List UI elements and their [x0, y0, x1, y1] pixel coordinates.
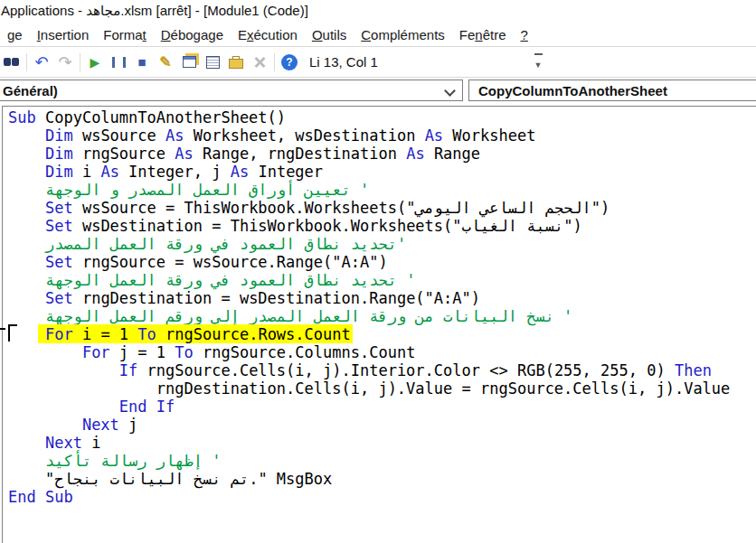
code-line: Next i — [8, 434, 756, 452]
code-line: نسخ البيانات من ورقة العمل المصدر إلى ور… — [8, 307, 756, 325]
margin-tick-icon — [0, 328, 5, 330]
stop-icon — [137, 54, 146, 70]
break-icon — [112, 57, 126, 68]
code-line: rngDestination.Cells(i, j).Value = rngSo… — [8, 379, 756, 398]
code-line: تحديد نطاق العمود في ورقة العمل المصدر' — [8, 235, 756, 253]
object-dropdown[interactable]: Général) — [0, 80, 463, 101]
properties-window-icon-button[interactable] — [201, 51, 224, 73]
undo-icon — [34, 52, 48, 72]
code-line: End Sub — [8, 488, 756, 506]
menu-item-fenetre[interactable]: Fenêtre — [452, 24, 514, 45]
help-icon-button[interactable]: ? — [278, 51, 301, 73]
title-bar: Applications - مجاهد.xlsm [arrêt] - [Mod… — [0, 0, 756, 23]
code-line: End If — [8, 398, 756, 416]
menu-item-execution[interactable]: Exécution — [231, 24, 305, 45]
code-line: Sub CopyColumnToAnotherSheet() — [8, 108, 756, 126]
redo-icon-button[interactable] — [53, 51, 77, 73]
code-line: For i = 1 To rngSource.Rows.Count — [8, 325, 756, 343]
undo-icon-button[interactable] — [30, 51, 53, 73]
procedure-dropdown-value: CopyColumnToAnotherSheet — [478, 83, 667, 98]
code-line: If rngSource.Cells(i, j).Interior.Color … — [8, 361, 756, 379]
code-line: Set wsSource = ThisWorkbook.Worksheets("… — [8, 199, 756, 217]
code-line: إظهار رسالة تأكيد ' — [8, 452, 756, 470]
toolbar-options-button[interactable]: ▼ — [530, 53, 546, 70]
code-line: تعيين أوراق العمل المصدر و الوجهة ' — [8, 181, 756, 199]
code-lines: Sub CopyColumnToAnotherSheet() Dim wsSou… — [8, 108, 756, 506]
object-browser-icon-button[interactable] — [248, 51, 271, 73]
menu-item-affichage-partial[interactable]: ge — [0, 24, 30, 45]
caret-margin-indicator — [8, 324, 17, 342]
code-line: Dim i As Integer, j As Integer — [8, 163, 756, 181]
break-icon-button[interactable] — [107, 51, 130, 73]
project-explorer-icon-button[interactable] — [177, 51, 201, 73]
code-line: Set rngDestination = wsDestination.Range… — [8, 289, 756, 307]
run-icon-button[interactable] — [83, 51, 107, 73]
menu-item-debogage[interactable]: Débogage — [154, 24, 231, 45]
toolbar-separator — [26, 53, 27, 71]
toolbar-separator — [80, 53, 80, 71]
toolbar-separator — [274, 53, 275, 71]
caret-position-indicator: Li 13, Col 1 — [309, 54, 378, 70]
menu-item-aide[interactable]: ? — [514, 24, 535, 45]
code-line: For j = 1 To rngSource.Columns.Count — [8, 343, 756, 361]
vba-editor-window: Applications - مجاهد.xlsm [arrêt] - [Mod… — [0, 0, 756, 543]
code-editor[interactable]: Sub CopyColumnToAnotherSheet() Dim wsSou… — [2, 106, 756, 543]
chevron-down-icon — [444, 85, 456, 97]
run-icon — [90, 54, 100, 70]
code-line: Dim wsSource As Worksheet, wsDestination… — [8, 126, 756, 145]
code-line: Dim rngSource As Range, rngDestination A… — [8, 145, 756, 163]
menu-bar: geInsertionFormatDébogageExécutionOutils… — [0, 23, 756, 47]
find-icon-button[interactable] — [0, 51, 24, 73]
help-icon: ? — [281, 54, 298, 70]
toolbar-options-bar-icon — [534, 53, 543, 55]
toolbox-icon — [229, 59, 243, 69]
object-browser-icon — [253, 56, 266, 69]
menu-item-complements[interactable]: Compléments — [354, 24, 452, 45]
design-mode-icon-button[interactable] — [154, 51, 177, 73]
code-line: "تم نسخ البيانات بنجاح." MsgBox — [8, 470, 756, 488]
redo-icon — [58, 52, 71, 72]
code-line: Set rngSource = wsSource.Range("A:A") — [8, 253, 756, 271]
procedure-dropdown[interactable]: CopyColumnToAnotherSheet — [468, 80, 756, 101]
window-title: Applications - مجاهد.xlsm [arrêt] - [Mod… — [1, 3, 308, 19]
properties-window-icon — [206, 56, 220, 69]
toolbar: ?Li 13, Col 1 — [0, 47, 756, 78]
stop-icon-button[interactable] — [130, 51, 154, 73]
code-line: Set wsDestination = ThisWorkbook.Workshe… — [8, 217, 756, 235]
design-mode-icon — [159, 53, 171, 70]
chevron-down-icon: ▼ — [534, 61, 543, 70]
code-line: تحديد نطاق العمود في ورقة العمل الوجهة ' — [8, 271, 756, 289]
menu-item-outils[interactable]: Outils — [305, 24, 354, 45]
combo-row: Général) CopyColumnToAnotherSheet — [0, 78, 756, 106]
execution-highlight: For i = 1 To rngSource.Rows.Count — [38, 324, 353, 343]
menu-item-format[interactable]: Format — [96, 24, 154, 45]
object-dropdown-value: Général) — [3, 83, 58, 98]
menu-item-insertion[interactable]: Insertion — [30, 24, 97, 45]
toolbox-icon-button[interactable] — [224, 51, 248, 73]
code-line: Next j — [8, 416, 756, 434]
find-icon — [4, 58, 11, 66]
project-explorer-icon — [183, 56, 196, 68]
